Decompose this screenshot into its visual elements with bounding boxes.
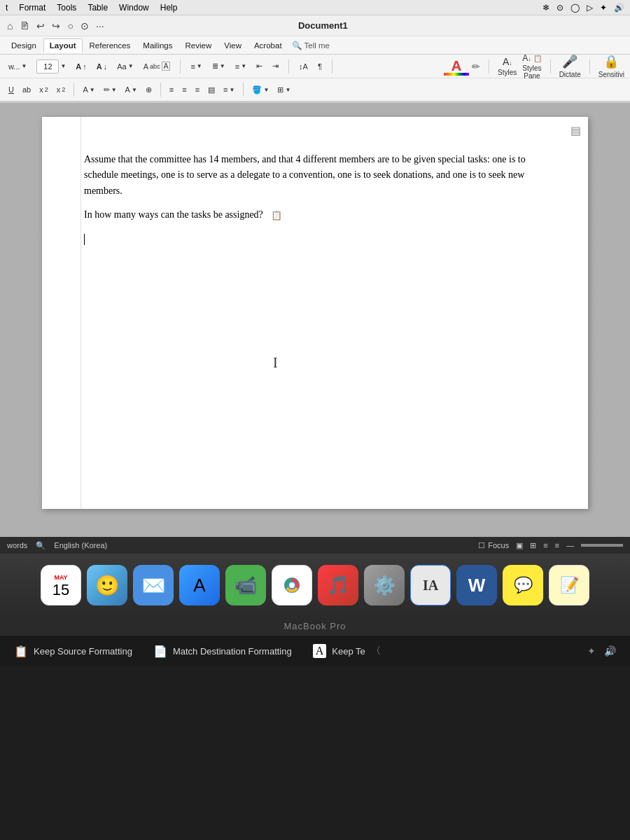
font-color-a-btn[interactable]: A ▼ [80,84,97,95]
dock-item-facetime[interactable]: 📹 [225,565,266,606]
redo-icon[interactable]: ↪ [50,20,62,32]
menu-item-table[interactable]: Table [88,3,108,13]
margin-line [80,117,81,509]
decrease-font-btn[interactable]: A↓ [94,61,110,72]
track-changes-icon[interactable]: 🔍 [36,541,46,550]
line-spacing-btn[interactable]: ≡ ▼ [220,84,237,95]
system-icons: ❄ ⊙ ◯ ▷ ✦ 🔊 [542,3,624,13]
layout-icon1[interactable]: ▣ [516,541,523,550]
align-left-btn[interactable]: ≡ [167,84,176,95]
tab-references[interactable]: References [84,39,136,52]
dictate-btn[interactable]: 🎤 Dictate [559,54,581,78]
dock-item-appstore[interactable]: A [179,565,220,606]
keep-source-formatting-btn[interactable]: 📋 Keep Source Formatting [14,645,132,658]
save-icon[interactable]: 🖹 [18,20,31,32]
pilcrow-btn[interactable]: ¶ [315,61,325,72]
align-right-btn[interactable]: ≡ [192,84,202,95]
view-icon2[interactable]: ≡ [555,541,559,550]
mail-icon: ✉️ [133,565,174,606]
paint-bucket-btn[interactable]: 🪣 ▼ [249,84,272,96]
volume-bottom-icon[interactable]: 🔊 [604,645,616,657]
dock-item-kakao[interactable]: 💬 [503,565,543,606]
font-size-dropdown[interactable]: 12 ▼ [34,58,69,75]
menu-item-tools[interactable]: Tools [57,3,76,13]
cursor-paragraph[interactable] [84,232,546,247]
ribbon-tabs: Design Layout References Mailings Review… [0,36,630,55]
highlight-btn[interactable]: ✏ ▼ [101,84,120,96]
notes-icon: 📝 [549,565,589,606]
tab-acrobat[interactable]: Acrobat [248,39,288,52]
quick-access-toolbar: ⌂ 🖹 ↩ ↪ ○ ⊙ ··· Document1 [0,15,630,36]
border-btn[interactable]: ⊞ ▼ [274,84,293,96]
document-page[interactable]: ▤ Assume that the committee has 14 membe… [42,117,588,509]
styles-btn[interactable]: A↓ Styles [498,56,517,76]
menu-item-window[interactable]: Window [119,3,149,13]
keep-source-label: Keep Source Formatting [34,646,132,657]
menu-item-help[interactable]: Help [160,3,178,13]
tab-review[interactable]: Review [180,39,218,52]
tab-mailings[interactable]: Mailings [137,39,178,52]
font-clear-btn[interactable]: Aabc A [141,60,174,72]
sensitivity-btn[interactable]: 🔒 Sensitivi [598,54,624,78]
font-aa-btn[interactable]: Aa ▼ [114,61,136,72]
tab-view[interactable]: View [218,39,247,52]
dock-item-calendar[interactable]: MAY 15 [41,565,81,606]
ribbon-row2: U ab x2 x2 A ▼ ✏ ▼ A ▼ ⊕ ≡ ≡ ≡ ▤ ≡ ▼ 🪣 ▼… [0,78,630,102]
paragraph-2: In how many ways can the tasks be assign… [84,207,546,223]
dock-item-word[interactable]: W [456,565,497,606]
justify-btn[interactable]: ▤ [205,84,218,96]
dock-item-notes[interactable]: 📝 [549,565,589,606]
dock-item-finder[interactable]: 🙂 [87,565,127,606]
increase-font-btn[interactable]: A↑ [73,61,89,72]
styles-pane-btn[interactable]: A↓ 📋 Styles Pane [522,53,541,80]
more-icon[interactable]: ··· [94,20,106,32]
sort-btn[interactable]: ↕A [296,61,311,72]
dock-item-word-input[interactable]: IA [410,565,451,606]
shading-btn[interactable]: A ▼ [122,84,140,95]
align-center-btn[interactable]: ≡ [179,84,189,95]
undo-icon[interactable]: ↩ [35,20,46,32]
match-destination-btn[interactable]: 📄 Match Destination Formatting [153,645,292,658]
dock-item-music[interactable]: 🎵 [318,565,358,606]
layout-icon2[interactable]: ⊞ [530,541,536,550]
ribbon-sep8 [160,83,161,97]
tab-layout[interactable]: Layout [43,38,83,52]
menu-item-t[interactable]: t [6,3,8,13]
home-icon[interactable]: ⌂ [6,20,14,32]
zoom-slider[interactable] [581,544,623,547]
numbering-btn[interactable]: ≣ ▼ [209,60,228,72]
indent-increase-btn[interactable]: ⇥ [270,60,281,72]
focus-checkbox[interactable]: ☐ [478,541,485,550]
view-icon1[interactable]: ≡ [543,541,547,550]
ribbon-sep9 [243,83,244,97]
font-color-btn[interactable]: A [444,57,469,76]
paste-options-bar: 📋 Keep Source Formatting 📄 Match Destina… [0,636,630,666]
menu-item-format[interactable]: Format [19,3,46,13]
subscript-btn[interactable]: x2 [36,84,51,95]
dock-item-mail[interactable]: ✉️ [133,565,174,606]
music-icon: 🎵 [318,565,358,606]
indent-decrease-btn[interactable]: ⇤ [253,60,265,72]
pencil-icon[interactable]: ✏ [472,61,480,72]
focus-btn[interactable]: ☐ Focus [478,541,509,550]
words-label: words [7,541,27,550]
ribbon-sep3 [332,59,332,74]
outline-btn[interactable]: ≡ ▼ [232,61,249,72]
superscript-btn[interactable]: x2 [54,84,69,95]
minus-btn[interactable]: — [566,541,574,550]
dock-item-chrome[interactable] [272,565,312,606]
emoji-btn[interactable]: ⊕ [143,84,155,96]
underline-btn[interactable]: U [6,84,17,95]
tell-me-input[interactable]: 🔍 Tell me [292,41,330,50]
tab-design[interactable]: Design [6,39,42,52]
share-icon[interactable]: ⊙ [79,20,90,32]
strikethrough-btn[interactable]: ab [20,84,34,95]
keep-text-btn[interactable]: A Keep Te 〈 [313,644,381,658]
gear-bottom-icon[interactable]: ✦ [587,645,596,657]
dock-item-settings[interactable]: ⚙️ [364,565,405,606]
bullets-btn[interactable]: ≡ ▼ [188,61,204,72]
font-name-dropdown[interactable]: w... ▼ [6,61,29,72]
print-icon[interactable]: ○ [66,20,74,32]
clipboard-icon: 📋 [271,209,282,223]
keep-text-label: Keep Te [332,646,365,657]
